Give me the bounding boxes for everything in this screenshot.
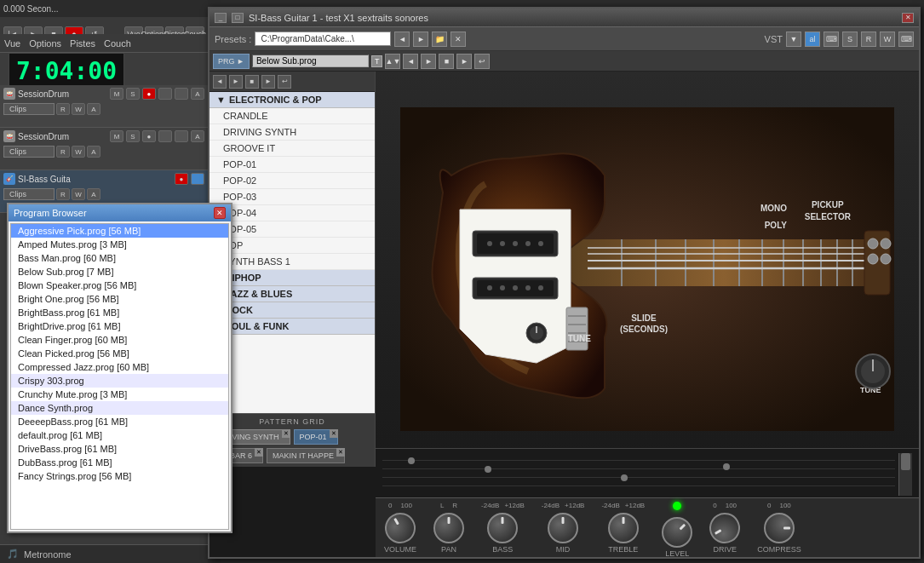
track-w-btn-2[interactable] (175, 130, 188, 142)
pattern-slot-3-close[interactable]: ✕ (255, 448, 263, 457)
mid-knob[interactable] (548, 513, 578, 543)
prog-item-16[interactable]: DriveBass.prog [61 MB] (11, 442, 228, 456)
track-blue-3[interactable] (191, 173, 204, 185)
pattern-slot-4-close[interactable]: ✕ (336, 448, 345, 457)
r-btn[interactable]: R (861, 32, 876, 47)
s-btn[interactable]: S (842, 32, 858, 47)
a-btn-1[interactable]: A (87, 103, 100, 115)
track-rec-btn-2[interactable]: ● (142, 130, 156, 142)
drive-knob[interactable] (704, 507, 746, 549)
prog-item-3[interactable]: Below Sub.prog [7 MB] (11, 265, 228, 279)
track-a-btn-1[interactable]: A (191, 88, 204, 100)
prog-item-6[interactable]: BrightBass.prog [61 MB] (11, 306, 228, 319)
prg-type-field[interactable]: T (371, 55, 383, 67)
level-knob[interactable] (656, 510, 699, 554)
tree-item-crandle[interactable]: CRANDLE (209, 108, 375, 124)
menu-couch-item[interactable]: Couch (100, 38, 135, 49)
nav-right[interactable]: ► (229, 75, 243, 89)
tree-item-pop01[interactable]: POP-01 (209, 157, 375, 173)
prog-item-2[interactable]: Bass Man.prog [60 MB] (11, 251, 228, 265)
prog-item-11[interactable]: Crispy 303.prog (11, 374, 228, 388)
menu-pistes-item[interactable]: Pistes (66, 38, 100, 49)
tab-scrollbar[interactable] (898, 453, 912, 496)
prg-name-field[interactable] (252, 55, 369, 67)
tree-item-pop02[interactable]: POP-02 (209, 173, 375, 189)
treble-knob[interactable] (608, 513, 639, 543)
prog-item-4[interactable]: Blown Speaker.prog [56 MB] (11, 279, 228, 292)
prog-item-14[interactable]: DeeeepBass.prog [61 MB] (11, 415, 228, 428)
prg-play[interactable]: ► (456, 54, 472, 69)
prog-item-1[interactable]: Amped Mutes.prog [3 MB] (11, 238, 228, 251)
bass-knob[interactable] (487, 513, 518, 543)
category-soul-funk[interactable]: + SOUL & FUNK (209, 319, 375, 335)
prg-arrow-right[interactable]: ► (421, 54, 436, 69)
menu-options-item[interactable]: Options (25, 38, 66, 49)
plugin-dropdown-btn[interactable]: ▼ (786, 32, 801, 47)
track-s-btn-2[interactable]: S (126, 130, 140, 142)
prog-item-15[interactable]: default.prog [61 MB] (11, 428, 228, 442)
prg-arrow-left[interactable]: ◄ (403, 54, 418, 69)
prg-stop[interactable]: ■ (439, 54, 454, 69)
tree-item-pop03[interactable]: POP-03 (209, 189, 375, 205)
tree-item-driving-synth[interactable]: DRIVING SYNTH (209, 124, 375, 141)
r-btn-2[interactable]: R (56, 146, 70, 158)
program-list[interactable]: Aggressive Pick.prog [56 MB] Amped Mutes… (10, 223, 229, 530)
nav-play[interactable]: ► (261, 75, 275, 89)
pattern-slot-2-close[interactable]: ✕ (330, 429, 338, 438)
nav-return[interactable]: ↩ (278, 75, 291, 89)
w-btn-3[interactable]: W (72, 188, 85, 200)
preset-close-btn[interactable]: ✕ (451, 32, 466, 47)
track-m-btn-1[interactable]: M (110, 88, 123, 100)
category-electronic-pop[interactable]: ▼ ELECTRONIC & POP (209, 92, 375, 108)
prog-item-17[interactable]: DubBass.prog [61 MB] (11, 456, 228, 469)
kbd2-btn[interactable]: ⌨ (898, 32, 914, 47)
preset-prev-btn[interactable]: ◄ (394, 32, 410, 47)
preset-next-btn[interactable]: ► (413, 32, 428, 47)
menu-vue-item[interactable]: Vue (0, 38, 25, 49)
w-btn-2[interactable]: W (72, 146, 85, 158)
prog-item-7[interactable]: BrightDrive.prog [61 MB] (11, 319, 228, 333)
category-jazz-blues[interactable]: + JAZZ & BLUES (209, 286, 375, 302)
tree-item-pop[interactable]: POP (209, 238, 375, 254)
w-btn-1[interactable]: W (72, 103, 85, 115)
track-r-btn-2[interactable] (158, 130, 172, 142)
prog-item-18[interactable]: Fancy Strings.prog [56 MB] (11, 469, 228, 483)
prog-item-10[interactable]: Compressed Jazz.prog [60 MB] (11, 360, 228, 374)
prog-item-8[interactable]: Clean Finger.prog [60 MB] (11, 333, 228, 347)
pattern-slot-2[interactable]: POP-01 ✕ (294, 429, 338, 445)
track-rec-btn-1[interactable]: ● (142, 88, 156, 100)
vst-maximize-btn[interactable]: □ (232, 13, 244, 23)
pattern-slot-4[interactable]: MAKIN IT HAPPE ✕ (267, 448, 345, 463)
compress-knob[interactable] (764, 513, 795, 543)
category-rock[interactable]: + ROCK (209, 302, 375, 319)
track-a-btn-2[interactable]: A (191, 130, 204, 142)
a-btn-3[interactable]: A (87, 188, 100, 200)
track-w-btn-1[interactable] (175, 88, 188, 100)
tree-item-groove-it[interactable]: GROOVE IT (209, 141, 375, 157)
category-hiphop[interactable]: + HIPHOP (209, 270, 375, 286)
volume-knob[interactable] (379, 507, 421, 549)
program-tree[interactable]: ▼ ELECTRONIC & POP CRANDLE DRIVING SYNTH… (209, 92, 375, 413)
preset-path[interactable]: C:\ProgramData\Cake...\ (255, 32, 391, 46)
prog-item-5[interactable]: Bright One.prog [56 MB] (11, 292, 228, 306)
a-btn-2[interactable]: A (87, 146, 100, 158)
vst-close-btn[interactable]: ✕ (902, 13, 914, 23)
al-btn[interactable]: al (805, 32, 820, 47)
pattern-slot-1-close[interactable]: ✕ (282, 429, 290, 438)
pan-knob[interactable] (433, 513, 464, 543)
program-browser-close-btn[interactable]: ✕ (214, 207, 226, 219)
nav-left[interactable]: ◄ (213, 75, 227, 89)
clips-selector-3[interactable]: Clips (3, 188, 55, 200)
prg-btn[interactable]: PRG ► (213, 54, 250, 69)
tree-item-synth-bass1[interactable]: SYNTH BASS 1 (209, 254, 375, 270)
r-btn-1[interactable]: R (56, 103, 70, 115)
prg-expand-btn[interactable]: ▲▼ (385, 54, 400, 69)
tree-item-pop04[interactable]: POP-04 (209, 205, 375, 221)
prg-return[interactable]: ↩ (474, 54, 490, 69)
tree-item-pop05[interactable]: POP-05 (209, 221, 375, 238)
prog-item-9[interactable]: Clean Picked.prog [56 MB] (11, 347, 228, 360)
prog-item-13[interactable]: Dance Synth.prog (11, 401, 228, 415)
nav-stop[interactable]: ■ (245, 75, 259, 89)
prog-item-0[interactable]: Aggressive Pick.prog [56 MB] (11, 224, 228, 238)
track-s-btn-1[interactable]: S (126, 88, 140, 100)
